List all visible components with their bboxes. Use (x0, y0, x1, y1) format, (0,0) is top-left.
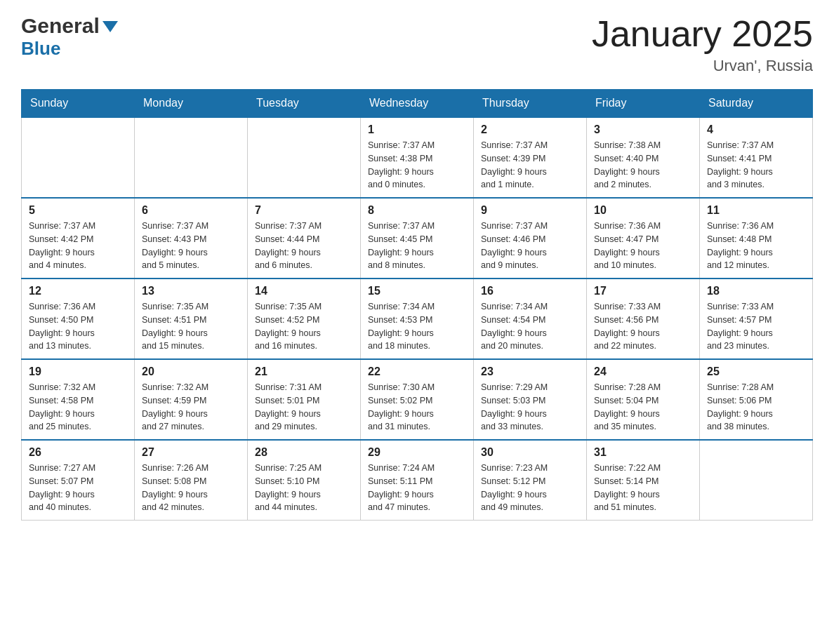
day-number: 17 (594, 285, 692, 297)
title-block: January 2025 Urvan', Russia (592, 14, 813, 75)
week-row-2: 5Sunrise: 7:37 AM Sunset: 4:42 PM Daylig… (22, 198, 813, 279)
calendar-cell: 18Sunrise: 7:33 AM Sunset: 4:57 PM Dayli… (700, 279, 813, 359)
calendar-cell (248, 117, 361, 198)
svg-marker-0 (102, 21, 118, 32)
calendar-cell: 26Sunrise: 7:27 AM Sunset: 5:07 PM Dayli… (22, 440, 135, 521)
day-number: 18 (707, 285, 805, 297)
day-info: Sunrise: 7:25 AM Sunset: 5:10 PM Dayligh… (255, 462, 353, 514)
day-info: Sunrise: 7:28 AM Sunset: 5:06 PM Dayligh… (707, 381, 805, 434)
calendar-cell: 10Sunrise: 7:36 AM Sunset: 4:47 PM Dayli… (587, 198, 700, 279)
day-number: 25 (707, 365, 805, 378)
calendar-header-thursday: Thursday (474, 90, 587, 118)
day-number: 27 (142, 446, 240, 459)
day-number: 26 (29, 446, 127, 459)
day-info: Sunrise: 7:37 AM Sunset: 4:41 PM Dayligh… (707, 139, 805, 192)
day-info: Sunrise: 7:37 AM Sunset: 4:43 PM Dayligh… (142, 220, 240, 272)
day-info: Sunrise: 7:35 AM Sunset: 4:52 PM Dayligh… (255, 300, 353, 353)
day-number: 4 (707, 123, 805, 136)
calendar-header-row: SundayMondayTuesdayWednesdayThursdayFrid… (22, 90, 813, 118)
week-row-5: 26Sunrise: 7:27 AM Sunset: 5:07 PM Dayli… (22, 440, 813, 521)
calendar-header-monday: Monday (135, 90, 248, 118)
calendar-cell: 22Sunrise: 7:30 AM Sunset: 5:02 PM Dayli… (361, 359, 474, 440)
calendar-cell: 20Sunrise: 7:32 AM Sunset: 4:59 PM Dayli… (135, 359, 248, 440)
day-info: Sunrise: 7:27 AM Sunset: 5:07 PM Dayligh… (29, 462, 127, 514)
calendar-cell: 24Sunrise: 7:28 AM Sunset: 5:04 PM Dayli… (587, 359, 700, 440)
calendar-cell: 3Sunrise: 7:38 AM Sunset: 4:40 PM Daylig… (587, 117, 700, 198)
calendar-cell: 1Sunrise: 7:37 AM Sunset: 4:38 PM Daylig… (361, 117, 474, 198)
calendar-table: SundayMondayTuesdayWednesdayThursdayFrid… (21, 89, 813, 521)
calendar-header-wednesday: Wednesday (361, 90, 474, 118)
calendar-cell: 29Sunrise: 7:24 AM Sunset: 5:11 PM Dayli… (361, 440, 474, 521)
day-info: Sunrise: 7:32 AM Sunset: 4:59 PM Dayligh… (142, 381, 240, 434)
day-number: 9 (481, 204, 579, 217)
calendar-cell: 13Sunrise: 7:35 AM Sunset: 4:51 PM Dayli… (135, 279, 248, 359)
logo-general-text: General (21, 14, 100, 38)
calendar-cell: 11Sunrise: 7:36 AM Sunset: 4:48 PM Dayli… (700, 198, 813, 279)
day-info: Sunrise: 7:36 AM Sunset: 4:48 PM Dayligh… (707, 220, 805, 272)
calendar-cell: 25Sunrise: 7:28 AM Sunset: 5:06 PM Dayli… (700, 359, 813, 440)
day-number: 3 (594, 123, 692, 136)
day-number: 24 (594, 365, 692, 378)
day-info: Sunrise: 7:28 AM Sunset: 5:04 PM Dayligh… (594, 381, 692, 434)
day-info: Sunrise: 7:22 AM Sunset: 5:14 PM Dayligh… (594, 462, 692, 514)
day-info: Sunrise: 7:37 AM Sunset: 4:38 PM Dayligh… (368, 139, 466, 192)
day-info: Sunrise: 7:36 AM Sunset: 4:47 PM Dayligh… (594, 220, 692, 272)
calendar-cell: 23Sunrise: 7:29 AM Sunset: 5:03 PM Dayli… (474, 359, 587, 440)
day-number: 31 (594, 446, 692, 459)
calendar-header-tuesday: Tuesday (248, 90, 361, 118)
day-number: 23 (481, 365, 579, 378)
day-number: 12 (29, 285, 127, 297)
calendar-header-sunday: Sunday (22, 90, 135, 118)
day-number: 6 (142, 204, 240, 217)
day-info: Sunrise: 7:33 AM Sunset: 4:57 PM Dayligh… (707, 300, 805, 353)
day-info: Sunrise: 7:37 AM Sunset: 4:45 PM Dayligh… (368, 220, 466, 272)
day-info: Sunrise: 7:29 AM Sunset: 5:03 PM Dayligh… (481, 381, 579, 434)
calendar-cell: 15Sunrise: 7:34 AM Sunset: 4:53 PM Dayli… (361, 279, 474, 359)
calendar-cell: 2Sunrise: 7:37 AM Sunset: 4:39 PM Daylig… (474, 117, 587, 198)
day-info: Sunrise: 7:34 AM Sunset: 4:54 PM Dayligh… (481, 300, 579, 353)
day-number: 10 (594, 204, 692, 217)
day-number: 7 (255, 204, 353, 217)
day-number: 19 (29, 365, 127, 378)
day-info: Sunrise: 7:34 AM Sunset: 4:53 PM Dayligh… (368, 300, 466, 353)
day-info: Sunrise: 7:26 AM Sunset: 5:08 PM Dayligh… (142, 462, 240, 514)
day-info: Sunrise: 7:23 AM Sunset: 5:12 PM Dayligh… (481, 462, 579, 514)
calendar-cell: 12Sunrise: 7:36 AM Sunset: 4:50 PM Dayli… (22, 279, 135, 359)
calendar-cell: 5Sunrise: 7:37 AM Sunset: 4:42 PM Daylig… (22, 198, 135, 279)
calendar-header-saturday: Saturday (700, 90, 813, 118)
main-title: January 2025 (592, 14, 813, 54)
logo-blue-text: Blue (21, 38, 60, 60)
subtitle: Urvan', Russia (592, 57, 813, 75)
day-number: 30 (481, 446, 579, 459)
calendar-cell (135, 117, 248, 198)
day-info: Sunrise: 7:38 AM Sunset: 4:40 PM Dayligh… (594, 139, 692, 192)
day-info: Sunrise: 7:36 AM Sunset: 4:50 PM Dayligh… (29, 300, 127, 353)
calendar-cell: 27Sunrise: 7:26 AM Sunset: 5:08 PM Dayli… (135, 440, 248, 521)
week-row-3: 12Sunrise: 7:36 AM Sunset: 4:50 PM Dayli… (22, 279, 813, 359)
day-number: 11 (707, 204, 805, 217)
day-number: 16 (481, 285, 579, 297)
day-info: Sunrise: 7:37 AM Sunset: 4:39 PM Dayligh… (481, 139, 579, 192)
day-info: Sunrise: 7:24 AM Sunset: 5:11 PM Dayligh… (368, 462, 466, 514)
calendar-cell: 31Sunrise: 7:22 AM Sunset: 5:14 PM Dayli… (587, 440, 700, 521)
day-info: Sunrise: 7:33 AM Sunset: 4:56 PM Dayligh… (594, 300, 692, 353)
calendar-cell: 16Sunrise: 7:34 AM Sunset: 4:54 PM Dayli… (474, 279, 587, 359)
day-info: Sunrise: 7:37 AM Sunset: 4:46 PM Dayligh… (481, 220, 579, 272)
calendar-cell: 19Sunrise: 7:32 AM Sunset: 4:58 PM Dayli… (22, 359, 135, 440)
calendar-cell: 9Sunrise: 7:37 AM Sunset: 4:46 PM Daylig… (474, 198, 587, 279)
day-number: 5 (29, 204, 127, 217)
logo-arrow-icon (102, 21, 118, 35)
calendar-cell (22, 117, 135, 198)
calendar-header-friday: Friday (587, 90, 700, 118)
day-number: 2 (481, 123, 579, 136)
logo: General Blue (21, 14, 118, 60)
day-number: 8 (368, 204, 466, 217)
week-row-1: 1Sunrise: 7:37 AM Sunset: 4:38 PM Daylig… (22, 117, 813, 198)
calendar-cell (700, 440, 813, 521)
calendar-cell: 21Sunrise: 7:31 AM Sunset: 5:01 PM Dayli… (248, 359, 361, 440)
day-number: 29 (368, 446, 466, 459)
day-info: Sunrise: 7:32 AM Sunset: 4:58 PM Dayligh… (29, 381, 127, 434)
day-number: 21 (255, 365, 353, 378)
day-number: 13 (142, 285, 240, 297)
day-info: Sunrise: 7:35 AM Sunset: 4:51 PM Dayligh… (142, 300, 240, 353)
